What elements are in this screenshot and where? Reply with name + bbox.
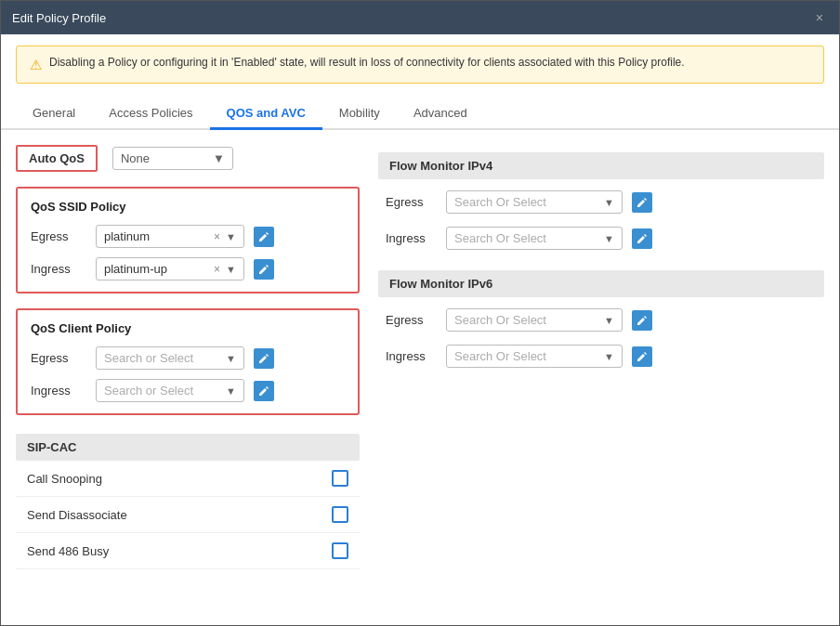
client-egress-dropdown[interactable]: Search or Select ▼	[96, 346, 244, 370]
modal-header: Edit Policy Profile ×	[1, 1, 839, 34]
ssid-egress-dropdown[interactable]: platinum × ▼	[96, 225, 244, 248]
tab-access-policies[interactable]: Access Policies	[92, 98, 209, 130]
flow-ipv6-ingress-label: Ingress	[386, 349, 437, 363]
qos-ssid-policy-section: QoS SSID Policy Egress platinum × ▼	[16, 187, 360, 293]
warning-icon: ⚠	[30, 57, 42, 73]
flow-ipv6-ingress-placeholder: Search Or Select	[454, 349, 546, 363]
flow-ipv4-ingress-dropdown[interactable]: Search Or Select ▼	[446, 227, 623, 250]
flow-ipv6-egress-placeholder: Search Or Select	[454, 313, 546, 327]
call-snooping-label: Call Snooping	[27, 472, 102, 486]
qos-ssid-policy-title: QoS SSID Policy	[31, 200, 345, 214]
auto-qos-row: Auto QoS None ▼	[16, 145, 360, 172]
flow-ipv4-ingress-placeholder: Search Or Select	[454, 231, 546, 245]
flow-ipv4-ingress-chevron-icon: ▼	[604, 233, 614, 244]
client-egress-row: Egress Search or Select ▼	[31, 346, 345, 370]
ssid-egress-value: platinum	[104, 229, 150, 243]
flow-ipv4-egress-placeholder: Search Or Select	[454, 195, 546, 209]
sip-cac-section: SIP-CAC Call Snooping Send Disassociate …	[16, 434, 360, 569]
ssid-egress-edit-button[interactable]	[254, 227, 274, 247]
flow-ipv6-egress-label: Egress	[386, 313, 437, 327]
tab-advanced[interactable]: Advanced	[397, 98, 484, 130]
send-486-busy-checkbox[interactable]	[332, 542, 348, 559]
ssid-ingress-chevron-icon: ▼	[226, 264, 236, 275]
ssid-egress-clear-icon[interactable]: ×	[214, 230, 220, 243]
send-486-busy-label: Send 486 Busy	[27, 544, 109, 558]
flow-ipv4-egress-row: Egress Search Or Select ▼	[378, 190, 824, 214]
flow-ipv6-egress-edit-button[interactable]	[632, 310, 652, 331]
flow-ipv6-ingress-edit-button[interactable]	[632, 346, 652, 367]
tab-general[interactable]: General	[16, 98, 92, 130]
flow-ipv6-egress-row: Egress Search Or Select ▼	[378, 308, 824, 332]
ssid-ingress-row: Ingress platinum-up × ▼	[31, 257, 345, 280]
client-ingress-row: Ingress Search or Select ▼	[31, 379, 345, 402]
flow-ipv4-header: Flow Monitor IPv4	[378, 152, 824, 179]
modal-window: Edit Policy Profile × ⚠ Disabling a Poli…	[0, 0, 840, 626]
flow-ipv4-ingress-edit-button[interactable]	[632, 228, 652, 249]
client-ingress-dropdown[interactable]: Search or Select ▼	[96, 379, 244, 402]
ssid-ingress-dropdown[interactable]: platinum-up × ▼	[96, 257, 244, 280]
sip-cac-header: SIP-CAC	[16, 434, 360, 461]
flow-ipv4-ingress-row: Ingress Search Or Select ▼	[378, 227, 824, 250]
flow-ipv4-egress-chevron-icon: ▼	[604, 197, 614, 208]
flow-ipv4-egress-edit-button[interactable]	[632, 192, 652, 213]
auto-qos-label: Auto QoS	[16, 145, 98, 172]
call-snooping-checkbox[interactable]	[332, 470, 348, 487]
client-egress-chevron-icon: ▼	[226, 353, 236, 364]
flow-ipv4-ingress-label: Ingress	[386, 231, 437, 245]
auto-qos-chevron-icon: ▼	[213, 151, 225, 165]
ssid-egress-label: Egress	[31, 229, 86, 243]
client-ingress-chevron-icon: ▼	[226, 385, 236, 397]
right-panel: Flow Monitor IPv4 Egress Search Or Selec…	[378, 145, 824, 610]
tabs-container: General Access Policies QOS and AVC Mobi…	[1, 98, 839, 130]
flow-ipv6-header: Flow Monitor IPv6	[378, 270, 824, 297]
content-area: Auto QoS None ▼ QoS SSID Policy Egress p…	[1, 130, 839, 625]
left-panel: Auto QoS None ▼ QoS SSID Policy Egress p…	[16, 145, 360, 610]
qos-client-policy-section: QoS Client Policy Egress Search or Selec…	[16, 308, 360, 415]
ssid-ingress-label: Ingress	[31, 262, 86, 276]
ssid-ingress-edit-button[interactable]	[254, 259, 274, 280]
ssid-ingress-clear-icon[interactable]: ×	[214, 263, 220, 276]
qos-client-policy-title: QoS Client Policy	[31, 321, 345, 335]
client-ingress-placeholder: Search or Select	[104, 384, 193, 398]
ssid-ingress-value: platinum-up	[104, 262, 167, 276]
flow-ipv4-egress-dropdown[interactable]: Search Or Select ▼	[446, 190, 623, 214]
send-disassociate-label: Send Disassociate	[27, 508, 127, 522]
send-disassociate-row: Send Disassociate	[16, 497, 360, 533]
client-egress-placeholder: Search or Select	[104, 351, 193, 365]
client-egress-edit-button[interactable]	[254, 348, 274, 369]
auto-qos-value: None	[121, 151, 150, 165]
flow-ipv4-egress-label: Egress	[386, 195, 437, 209]
flow-ipv6-ingress-dropdown[interactable]: Search Or Select ▼	[446, 345, 623, 368]
modal-title: Edit Policy Profile	[12, 11, 106, 25]
ssid-egress-row: Egress platinum × ▼	[31, 225, 345, 248]
modal-close-button[interactable]: ×	[811, 8, 828, 27]
client-ingress-label: Ingress	[31, 384, 86, 398]
warning-text: Disabling a Policy or configuring it in …	[49, 56, 685, 69]
flow-ipv6-egress-dropdown[interactable]: Search Or Select ▼	[446, 308, 623, 332]
auto-qos-dropdown[interactable]: None ▼	[112, 147, 233, 170]
client-egress-label: Egress	[31, 351, 86, 365]
client-ingress-edit-button[interactable]	[254, 381, 274, 401]
ssid-egress-chevron-icon: ▼	[226, 231, 236, 242]
warning-banner: ⚠ Disabling a Policy or configuring it i…	[16, 46, 824, 84]
send-disassociate-checkbox[interactable]	[332, 506, 348, 523]
send-486-busy-row: Send 486 Busy	[16, 533, 360, 569]
tab-mobility[interactable]: Mobility	[322, 98, 397, 130]
flow-ipv6-ingress-row: Ingress Search Or Select ▼	[378, 345, 824, 368]
flow-ipv6-egress-chevron-icon: ▼	[604, 315, 614, 326]
call-snooping-row: Call Snooping	[16, 461, 360, 497]
tab-qos-avc[interactable]: QOS and AVC	[210, 98, 322, 130]
flow-ipv6-ingress-chevron-icon: ▼	[604, 351, 614, 362]
